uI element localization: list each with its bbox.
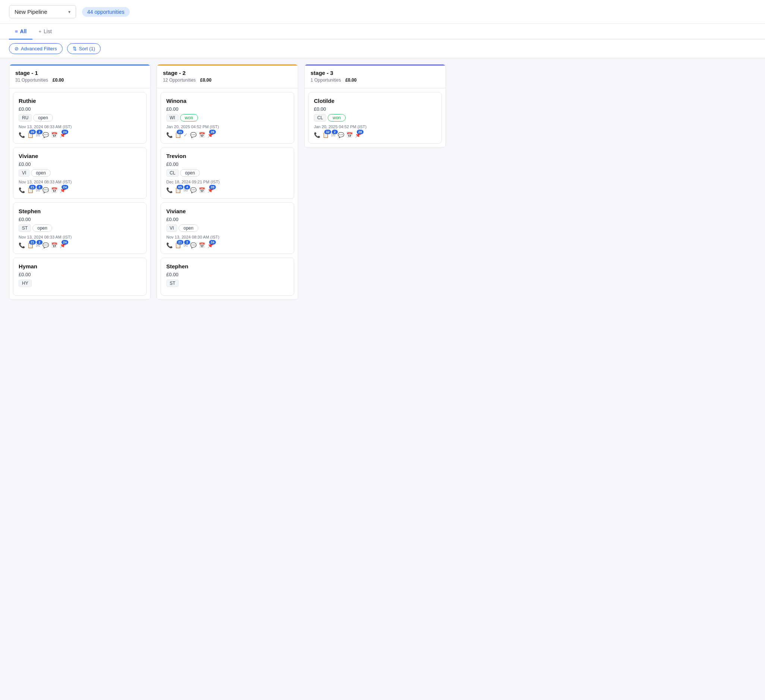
card-actions: 📞📋20✉2💬📅📌24 [19,132,141,138]
card-actions: 📞📋32✉2💬📅📌28 [314,132,436,138]
action-icon: 📅 [199,132,205,138]
card-status: won [180,114,198,121]
action-icon: 📋21 [27,187,33,193]
card-name: Clotilde [314,98,436,104]
action-badge: 24 [61,185,68,189]
card-name: Viviane [19,153,141,159]
action-badge: 24 [61,240,68,244]
action-icon: 💬 [190,132,197,138]
card-name: Stephen [166,263,288,269]
action-icon: 📞 [314,132,320,138]
card-initials: ST [166,280,179,287]
table-row[interactable]: Ruthie £0.00 RU open Nov 13, 2024 08:33 … [13,92,146,143]
card-date: Nov 13, 2024 08:33 AM (IST) [19,124,141,129]
action-icon: 📞 [19,187,25,193]
card-initials: VI [19,169,30,177]
list-icon: ≡ [15,29,18,34]
advanced-filters-button[interactable]: ⊘ Advanced Filters [9,43,63,54]
action-badge: 21 [29,185,36,189]
action-badge: 28 [209,130,216,134]
action-icon: 📞 [19,242,25,248]
filter-icon: ⊘ [14,46,19,52]
action-icon: 📌28 [207,187,214,193]
card-initials: CL [314,114,326,121]
action-badge: 28 [209,185,216,189]
card-name: Viviane [166,208,288,214]
column-opportunities: 31 Opportunities [15,77,48,83]
sort-button[interactable]: ⇅ Sort (1) [67,43,101,54]
card-initials: CL [166,169,179,177]
filters-row: ⊘ Advanced Filters ⇅ Sort (1) [0,39,765,58]
action-badge: 24 [61,130,68,134]
card-status: open [31,169,51,177]
sort-label: Sort (1) [79,46,95,52]
action-icon: 📋20 [27,132,33,138]
action-icon: 📌28 [355,132,361,138]
action-icon: 📞 [166,242,173,248]
card-initials: RU [19,114,32,121]
tab-all[interactable]: ≡ All [9,24,32,39]
card-name: Ruthie [19,98,141,104]
card-initials: WI [166,114,179,121]
table-row[interactable]: Viviane £0.00 VI open Nov 13, 2024 08:30… [161,202,294,254]
column-opportunities: 12 Opportunities [163,77,196,83]
action-icon: 📅 [51,187,57,193]
action-badge: 2 [36,240,42,244]
column-title: stage - 2 [163,70,292,76]
action-icon: 💬 [190,187,197,193]
action-icon: ✓ [183,132,188,138]
card-status: won [328,114,346,121]
top-bar: New Pipeline ▾ 44 opportunities [0,0,765,24]
card-date: Jan 20, 2025 04:52 PM (IST) [314,124,436,129]
card-initials: VI [166,224,177,232]
opportunities-badge: 44 opportunities [82,7,130,17]
action-badge: 24 [209,240,216,244]
action-icon: 📌24 [60,187,66,193]
table-row[interactable]: Winona £0.00 WI won Jan 20, 2025 04:52 P… [161,92,294,143]
column-amount: £0.00 [345,77,356,83]
tabs-row: ≡ All + List [0,24,765,39]
action-badge: 21 [29,240,36,244]
table-row[interactable]: Stephen £0.00 ST [161,258,294,296]
action-icon: ✉2 [36,187,40,193]
column-opportunities: 1 Opportunities [310,77,341,83]
tab-list[interactable]: + List [32,24,57,39]
action-icon: 📅 [51,242,57,248]
action-icon: 💬 [42,187,49,193]
action-icon: 📅 [199,187,205,193]
action-icon: 📅 [199,242,205,248]
card-date: Dec 18, 2024 09:21 PM (IST) [166,180,288,184]
column-meta: 31 Opportunities £0.00 [15,77,144,83]
action-icon: 📅 [51,132,57,138]
chevron-down-icon: ▾ [68,9,71,14]
card-date: Nov 13, 2024 08:33 AM (IST) [19,235,141,239]
cards-container: Ruthie £0.00 RU open Nov 13, 2024 08:33 … [9,88,150,299]
card-date: Jan 20, 2025 04:52 PM (IST) [166,124,288,129]
action-icon: 💬 [190,242,197,248]
table-row[interactable]: Stephen £0.00 ST open Nov 13, 2024 08:33… [13,202,146,254]
column-header-stage-1: stage - 1 31 Opportunities £0.00 [9,64,150,88]
action-badge: 2 [36,130,42,134]
action-badge: 2 [184,240,190,244]
card-status: open [33,114,53,121]
card-date: Nov 13, 2024 08:30 AM (IST) [166,235,288,239]
action-icon: 📌28 [207,132,214,138]
action-icon: 📞 [19,132,25,138]
action-badge: 28 [357,130,364,134]
card-amount: £0.00 [19,161,141,167]
table-row[interactable]: Clotilde £0.00 CL won Jan 20, 2025 04:52… [308,92,442,143]
table-row[interactable]: Trevion £0.00 CL open Dec 18, 2024 09:21… [161,147,294,199]
pipeline-select[interactable]: New Pipeline ▾ [9,5,76,18]
action-icon: 💬 [42,132,49,138]
action-icon: 📋21 [175,242,181,248]
table-row[interactable]: Hyman £0.00 HY [13,258,146,296]
card-date: Nov 13, 2024 08:33 AM (IST) [19,180,141,184]
table-row[interactable]: Viviane £0.00 VI open Nov 13, 2024 08:33… [13,147,146,199]
action-badge: 20 [29,130,36,134]
card-amount: £0.00 [166,217,288,222]
column-amount: £0.00 [200,77,211,83]
action-icon: 💬 [338,132,344,138]
card-initials: HY [19,280,32,287]
column-meta: 1 Opportunities £0.00 [310,77,439,83]
tab-list-label: List [44,28,52,34]
